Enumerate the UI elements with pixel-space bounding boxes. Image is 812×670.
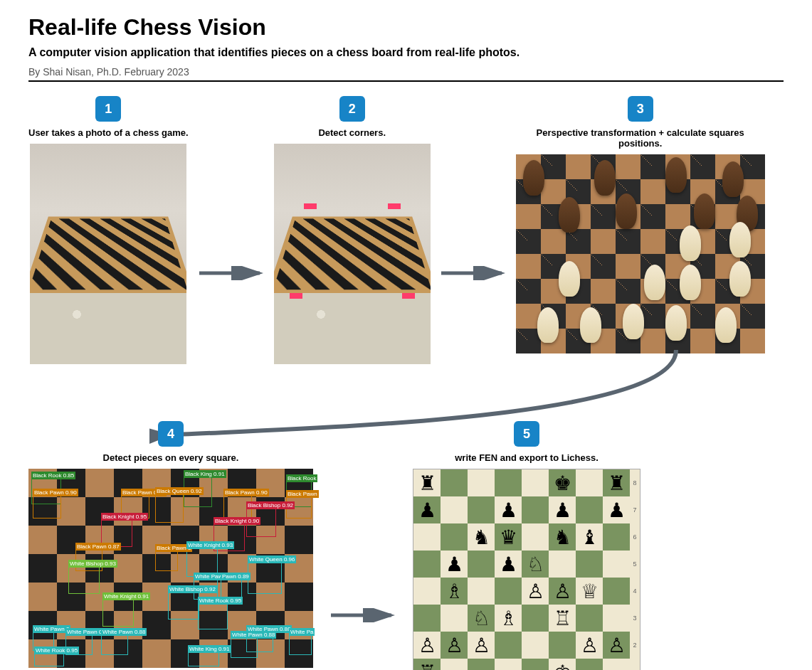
detection-label: Black King 0.91 [184, 470, 226, 478]
board-square: ♘ [468, 605, 495, 632]
board-square: ♙ [468, 632, 495, 659]
board-square [522, 659, 549, 670]
step-3: 3 Perspective transformation + calculate… [516, 96, 765, 353]
board-square: ♜ [413, 469, 441, 496]
step-caption-4: Detect pieces on every square. [103, 452, 239, 463]
step-badge-1: 1 [95, 96, 121, 122]
detection-label: Black Pawn [286, 490, 319, 498]
rank-coord: 4 [630, 578, 640, 605]
rank-coord: 3 [630, 605, 640, 632]
detection-label: White Rook 0.95 [198, 597, 243, 605]
board-square: ♖ [413, 659, 441, 670]
board-square [441, 605, 468, 632]
board-square [441, 523, 468, 551]
board-square [549, 551, 576, 578]
detection-label: Black Queen 0.92 [155, 487, 204, 495]
step-4-image: Black Rook 0.85Black King 0.91Black Rook… [28, 469, 313, 668]
detection-label: White Pawn 0.88 [101, 628, 147, 636]
board-square: ♞ [549, 523, 576, 551]
board-square [441, 659, 468, 670]
arrow-4-to-5 [327, 608, 399, 622]
rank-coord: 8 [630, 469, 640, 496]
board-square: ♟ [413, 496, 441, 523]
page-subtitle: A computer vision application that ident… [28, 46, 784, 59]
board-square: ♙ [549, 578, 576, 605]
board-square [576, 659, 603, 670]
board-square: ♘ [522, 551, 549, 578]
step-2: 2 Detect corners. [274, 96, 431, 364]
detection-label: White Bishop 0.92 [168, 585, 217, 593]
board-square [441, 469, 468, 496]
board-square [603, 605, 630, 632]
board-square: ♞ [468, 523, 495, 551]
flow-row-1: 1 User takes a photo of a chess game. 2 … [28, 96, 784, 364]
board-square [603, 578, 630, 605]
board-square [413, 523, 441, 551]
detection-label: White Knight 0.91 [102, 592, 150, 600]
detection-label: White Bishop 0.93 [68, 560, 117, 568]
step-1: 1 User takes a photo of a chess game. [28, 96, 189, 364]
rank-coord: 1 [630, 659, 640, 670]
board-square: ♟ [441, 551, 468, 578]
step-badge-2: 2 [339, 96, 365, 122]
board-square [495, 469, 522, 496]
detection-label: White Knight 0.93 [186, 541, 234, 549]
board-square [576, 551, 603, 578]
detection-label: Black Knight 0.95 [101, 513, 148, 521]
board-square [603, 659, 630, 670]
detection-label: White Pawn 0.88 [231, 631, 276, 639]
step-badge-3: 3 [628, 96, 653, 122]
board-square [522, 496, 549, 523]
step-1-image [30, 144, 186, 364]
board-square: ♜ [603, 469, 630, 496]
board-square [495, 659, 522, 670]
board-square [468, 496, 495, 523]
rank-coord: 5 [630, 551, 640, 578]
step-badge-5: 5 [514, 421, 539, 447]
board-square: ♟ [603, 496, 630, 523]
detection-label: White Rook 0.95 [34, 647, 79, 654]
board-square: ♝ [576, 523, 603, 551]
board-square [413, 578, 441, 605]
detection-label: White Pa [289, 628, 315, 636]
board-square: ♔ [549, 659, 576, 670]
step-5: 5 write FEN and export to Lichess. ♜♚♜8♟… [413, 421, 640, 670]
board-square [549, 632, 576, 659]
board-square: ♙ [413, 632, 441, 659]
board-square [468, 551, 495, 578]
board-square [495, 632, 522, 659]
board-square [576, 605, 603, 632]
board-square: ♗ [495, 605, 522, 632]
board-square [413, 551, 441, 578]
board-square: ♟ [549, 496, 576, 523]
board-square [603, 523, 630, 551]
board-square [522, 523, 549, 551]
detection-label: Black Pawn 0.90 [33, 489, 78, 496]
step-badge-4: 4 [158, 421, 184, 447]
rank-coord: 2 [630, 632, 640, 659]
detection-label: Black Rook [286, 474, 317, 482]
arrow-2-to-3 [438, 266, 509, 280]
board-square: ♟ [495, 496, 522, 523]
flow-row-2: 4 Detect pieces on every square. Black R… [28, 421, 784, 670]
board-square [522, 605, 549, 632]
step-caption-1: User takes a photo of a chess game. [28, 127, 189, 138]
board-square [468, 469, 495, 496]
detection-label: Black Knight 0.90 [213, 517, 260, 525]
board-square: ♙ [441, 632, 468, 659]
step-caption-2: Detect corners. [318, 127, 386, 138]
page-title: Real-life Chess Vision [28, 14, 784, 41]
board-square [522, 469, 549, 496]
detection-label: White King 0.91 [188, 645, 231, 653]
board-square [576, 469, 603, 496]
step-caption-3: Perspective transformation + calculate s… [527, 127, 754, 149]
arrow-1-to-2 [196, 266, 267, 280]
step-3-image [516, 154, 765, 353]
detection-label: Black Rook 0.85 [31, 472, 75, 479]
board-square: ♙ [576, 632, 603, 659]
step-caption-5: write FEN and export to Lichess. [455, 452, 599, 463]
board-square: ♖ [549, 605, 576, 632]
board-square: ♚ [549, 469, 576, 496]
board-square [576, 496, 603, 523]
board-square: ♙ [603, 632, 630, 659]
